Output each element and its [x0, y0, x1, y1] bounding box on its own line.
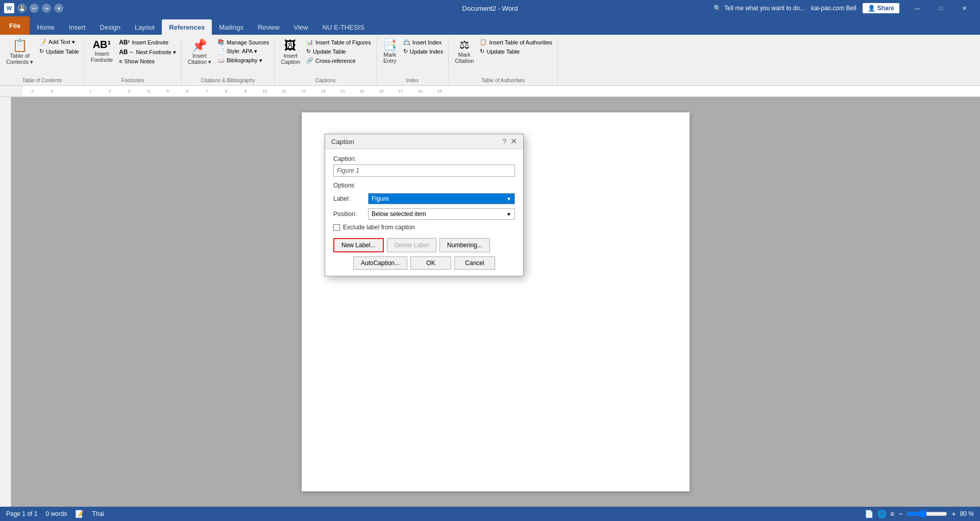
update-table-captions-button[interactable]: ↻ Update Table: [304, 47, 373, 56]
view-print-button[interactable]: 📄: [865, 510, 873, 518]
zoom-in-button[interactable]: +: [951, 510, 955, 518]
save-button[interactable]: 💾: [17, 4, 27, 13]
status-bar: Page 1 of 1 0 words 📝 Thai 📄 🌐 ≡ − + 80 …: [0, 507, 980, 521]
zoom-level: 80 %: [960, 510, 974, 517]
style-button[interactable]: 📄 Style: APA ▾: [215, 47, 271, 56]
update-table-authorities-button[interactable]: ↻ Update Table: [478, 47, 554, 56]
spell-check-icon[interactable]: 📝: [75, 510, 84, 518]
new-label-button[interactable]: New Label...: [333, 238, 384, 252]
index-group-label: Index: [406, 78, 419, 83]
autocaption-button[interactable]: AutoCaption...: [353, 256, 407, 270]
exclude-checkbox-label: Exclude label from caption: [343, 224, 415, 231]
ruler: -2 -1 1 2 3 4 5 6 7 8 9 10 11 12 13 14 1…: [0, 86, 980, 97]
button-row-2: AutoCaption... OK Cancel: [333, 256, 515, 270]
tab-file[interactable]: File: [0, 16, 30, 35]
maximize-button[interactable]: □: [929, 0, 952, 16]
exclude-checkbox-row: Exclude label from caption: [333, 224, 515, 231]
search-box-title[interactable]: 🔍 Tell me what you want to do...: [714, 5, 805, 12]
exclude-checkbox[interactable]: [333, 224, 340, 231]
delete-label-button[interactable]: Delete Label: [387, 238, 436, 252]
update-table-toc-button[interactable]: ↻ Update Table: [37, 47, 81, 56]
page-count: Page 1 of 1: [6, 510, 37, 517]
minimize-button[interactable]: —: [905, 0, 929, 16]
footnotes-group-label: Footnotes: [121, 78, 144, 83]
toc-button[interactable]: 📋 Table ofContents ▾: [3, 38, 36, 67]
ribbon-group-citations: 📌 InsertCitation ▾ 📚 Manage Sources 📄 St…: [182, 37, 275, 85]
mark-citation-button[interactable]: ⚖ MarkCitation: [452, 38, 477, 65]
insert-footnote-button[interactable]: AB¹ InsertFootnote: [88, 38, 116, 64]
tab-design[interactable]: Design: [93, 19, 128, 35]
ok-button[interactable]: OK: [410, 256, 451, 270]
position-row: Position: Below selected item ▼: [333, 208, 515, 220]
quick-access-more[interactable]: ▾: [54, 4, 63, 13]
tab-home[interactable]: Home: [30, 19, 62, 35]
ribbon-group-toc: 📋 Table ofContents ▾ 📝 Add Text ▾ ↻ Upda…: [0, 37, 85, 85]
caption-input[interactable]: [333, 164, 515, 177]
title-bar-left: W 💾 ↩ ↪ ▾: [4, 3, 63, 13]
zoom-out-button[interactable]: −: [898, 510, 902, 518]
dialog-close-button[interactable]: ✕: [510, 137, 517, 146]
tab-review[interactable]: Review: [251, 19, 287, 35]
insert-caption-button[interactable]: 🖼 InsertCaption: [278, 38, 303, 66]
left-ruler: [0, 97, 11, 507]
numbering-button[interactable]: Numbering...: [439, 238, 490, 252]
word-icon: W: [4, 3, 14, 13]
manage-sources-button[interactable]: 📚 Manage Sources: [215, 38, 271, 46]
insert-citation-button[interactable]: 📌 InsertCitation ▾: [185, 38, 214, 67]
ribbon-group-footnotes: AB¹ InsertFootnote AB¹ Insert Endnote AB…: [85, 37, 182, 85]
tab-layout[interactable]: Layout: [128, 19, 162, 35]
dialog-help-button[interactable]: ?: [502, 137, 506, 146]
insert-endnote-button[interactable]: AB¹ Insert Endnote: [117, 38, 178, 47]
zoom-slider[interactable]: [906, 510, 947, 518]
bibliography-button[interactable]: 📖 Bibliography ▾: [215, 56, 271, 65]
view-web-button[interactable]: 🌐: [877, 510, 886, 518]
tab-nu-ethesis[interactable]: NU E-THESIS: [315, 19, 372, 35]
ribbon-group-authorities: ⚖ MarkCitation 📋 Insert Table of Authori…: [449, 37, 558, 85]
redo-button[interactable]: ↪: [42, 4, 51, 13]
insert-table-authorities-button[interactable]: 📋 Insert Table of Authorities: [478, 38, 554, 46]
authorities-group-label: Table of Authorities: [481, 78, 525, 83]
tab-insert[interactable]: Insert: [62, 19, 93, 35]
view-outline-button[interactable]: ≡: [890, 510, 894, 518]
toc-group-label: Table of Contents: [22, 78, 62, 83]
undo-button[interactable]: ↩: [30, 4, 39, 13]
caption-field-label: Caption:: [333, 155, 515, 162]
ribbon-tabs: File Home Insert Design Layout Reference…: [0, 16, 980, 35]
insert-index-button[interactable]: 📇 Insert Index: [401, 38, 445, 46]
label-select[interactable]: Figure ▼: [368, 193, 515, 204]
next-footnote-button[interactable]: AB→ Next Footnote ▾: [117, 48, 178, 57]
caption-dialog: Caption ? ✕ Caption: Options Label: Figu…: [325, 134, 524, 276]
title-bar-right: 🔍 Tell me what you want to do... kai-pao…: [714, 0, 976, 16]
position-select[interactable]: Below selected item ▼: [368, 208, 515, 220]
show-notes-button[interactable]: ≡ Show Notes: [117, 57, 178, 65]
label-row: Label: Figure ▼: [333, 193, 515, 204]
add-text-button[interactable]: 📝 Add Text ▾: [37, 38, 81, 46]
user-name: kai-pao.com Bell: [811, 5, 856, 12]
dialog-body: Caption: Options Label: Figure ▼ Positio…: [325, 149, 523, 276]
close-button[interactable]: ✕: [952, 0, 976, 16]
window-title: Document2 - Word: [462, 5, 518, 12]
language[interactable]: Thai: [92, 510, 104, 517]
tab-references[interactable]: References: [162, 19, 212, 35]
window-controls: — □ ✕: [905, 0, 976, 16]
ribbon-group-captions: 🖼 InsertCaption 📊 Insert Table of Figure…: [275, 37, 377, 85]
update-index-button[interactable]: ↻ Update Index: [401, 47, 445, 56]
cross-reference-button[interactable]: 🔗 Cross-reference: [304, 56, 373, 65]
share-button[interactable]: 👤 Share: [863, 3, 899, 13]
dialog-titlebar: Caption ? ✕: [325, 134, 523, 149]
label-field-label: Label:: [333, 195, 364, 202]
mark-entry-button[interactable]: 📑 MarkEntry: [380, 38, 400, 65]
insert-table-of-figures-button[interactable]: 📊 Insert Table of Figures: [304, 38, 373, 46]
title-bar: W 💾 ↩ ↪ ▾ Document2 - Word 🔍 Tell me wha…: [0, 0, 980, 16]
tab-mailings[interactable]: Mailings: [212, 19, 251, 35]
captions-group-label: Captions: [315, 78, 335, 83]
position-field-label: Position:: [333, 210, 364, 218]
ribbon-group-index: 📑 MarkEntry 📇 Insert Index ↻ Update Inde…: [377, 37, 449, 85]
cancel-button[interactable]: Cancel: [454, 256, 495, 270]
options-section-label: Options: [333, 182, 515, 189]
citations-group-label: Citations & Bibliography: [201, 78, 255, 83]
word-count: 0 words: [45, 510, 67, 517]
tab-view[interactable]: View: [287, 19, 315, 35]
ribbon: 📋 Table ofContents ▾ 📝 Add Text ▾ ↻ Upda…: [0, 35, 980, 86]
dialog-title: Caption: [331, 138, 354, 146]
